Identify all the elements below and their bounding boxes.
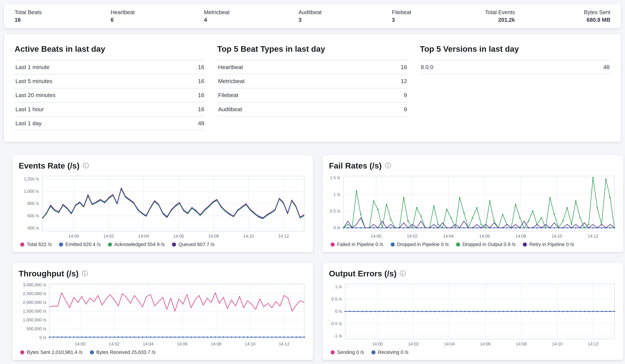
legend-item[interactable]: Failed in Pipeline 0 /s — [331, 242, 383, 247]
legend-item[interactable]: Retry in Pipeline 0 /s — [523, 242, 574, 247]
legend-dot-icon — [20, 243, 24, 246]
chart-card: Output Errors (/s) ⓘ 1 /s0.5 /s0 /s-0.5 … — [322, 263, 623, 360]
row-value: 16 — [175, 74, 205, 88]
info-icon[interactable]: ⓘ — [385, 163, 391, 169]
chart-plot[interactable]: 1 /s0.5 /s0 /s-0.5 /s-1 /s14:0014:0214:0… — [329, 281, 617, 348]
svg-text:14:02: 14:02 — [407, 234, 417, 239]
row-label: Auditbeat — [217, 102, 366, 116]
stat-value: 3 — [392, 17, 416, 23]
svg-text:14:00: 14:00 — [68, 234, 79, 239]
table-row: Filebeat 9 — [217, 88, 408, 102]
stat-value: 3 — [298, 17, 323, 23]
row-label: Filebeat — [217, 88, 366, 102]
table-row: Last 1 hour 16 — [15, 102, 205, 116]
legend-item[interactable]: Bytes Sent 2,010,981.4 /s — [20, 350, 82, 355]
legend-dot-icon — [391, 243, 395, 246]
svg-text:2,500,000 /s: 2,500,000 /s — [23, 291, 46, 296]
row-value: 48 — [175, 116, 205, 130]
row-value: 18 — [366, 60, 408, 74]
legend-item[interactable]: Queued 607.7 /s — [172, 242, 215, 247]
svg-text:1.5 /s: 1.5 /s — [330, 175, 340, 180]
table-row: Heartbeat 18 — [217, 60, 408, 74]
svg-text:1 /s: 1 /s — [335, 284, 342, 289]
svg-text:0 /s: 0 /s — [334, 225, 341, 230]
info-icon[interactable]: ⓘ — [400, 271, 406, 276]
chart-plot[interactable]: 1.5 /s1 /s0.5 /s0 /s14:0014:0214:0414:06… — [329, 174, 617, 240]
legend-item[interactable]: Bytes Received 25,633.7 /s — [90, 350, 156, 355]
charts-grid: Events Rate (/s) ⓘ 1,200 /s1,000 /s800 /… — [12, 155, 617, 360]
stat-value: 6 — [111, 17, 135, 23]
svg-text:14:08: 14:08 — [516, 342, 527, 346]
stat-value: 201.2k — [485, 17, 515, 23]
info-icon[interactable]: ⓘ — [82, 271, 88, 276]
legend-label: Emitted 620.4 /s — [65, 242, 101, 247]
stat: Total Beats 16 — [15, 9, 42, 23]
chart-title: Throughput (/s) — [19, 269, 79, 278]
chart-card: Events Rate (/s) ⓘ 1,200 /s1,000 /s800 /… — [12, 155, 313, 252]
svg-text:14:08: 14:08 — [515, 234, 526, 239]
legend-dot-icon — [108, 243, 112, 246]
stat-label: Heartbeat — [111, 9, 135, 16]
panel-table: Heartbeat 18 Metricbeat 12 Filebeat 9 Au… — [217, 60, 408, 117]
legend-item[interactable]: Acknowledged 554.9 /s — [108, 242, 165, 247]
stat: Total Events 201.2k — [485, 9, 515, 23]
row-label: Last 1 minute — [15, 60, 175, 74]
legend-item[interactable]: Receiving 0 /s — [372, 350, 408, 355]
legend-label: Failed in Pipeline 0 /s — [337, 242, 383, 247]
chart-plot[interactable]: 3,000,000 /s2,500,000 /s2,000,000 /s1,50… — [19, 281, 307, 348]
chart-legend: Sending 0 /s Receiving 0 /s — [331, 350, 617, 355]
row-value: 12 — [366, 74, 408, 88]
legend-label: Bytes Sent 2,010,981.4 /s — [27, 350, 83, 355]
svg-text:2,000,000 /s: 2,000,000 /s — [23, 300, 46, 305]
svg-text:14:10: 14:10 — [552, 342, 562, 346]
legend-label: Dropped in Output 0.9 /s — [463, 242, 515, 247]
svg-text:-0.5 /s: -0.5 /s — [330, 321, 342, 326]
legend-dot-icon — [523, 243, 527, 246]
summary-panel: Top 5 Versions in last day 8.0.0 48 — [420, 44, 611, 131]
svg-text:1,000,000 /s: 1,000,000 /s — [23, 317, 46, 322]
table-row: Last 20 minutes 16 — [15, 88, 205, 102]
row-label: Last 1 hour — [15, 102, 175, 116]
row-value: 16 — [175, 60, 205, 74]
svg-text:0.5 /s: 0.5 /s — [331, 297, 342, 301]
row-label: Last 1 day — [15, 116, 175, 130]
svg-text:14:10: 14:10 — [243, 234, 254, 239]
chart-plot[interactable]: 1,200 /s1,000 /s800 /s600 /s400 /s14:001… — [19, 174, 307, 240]
chart-legend: Total 622 /s Emitted 620.4 /s Acknowledg… — [20, 242, 307, 247]
legend-label: Total 622 /s — [27, 242, 52, 247]
chart-header: Fail Rates (/s) ⓘ — [329, 161, 617, 170]
chart-legend: Failed in Pipeline 0 /s Dropped in Pipel… — [331, 242, 617, 247]
info-icon[interactable]: ⓘ — [83, 163, 89, 169]
table-row: 8.0.0 48 — [420, 60, 611, 74]
legend-item[interactable]: Total 622 /s — [20, 242, 52, 247]
chart-title: Output Errors (/s) — [329, 269, 397, 278]
svg-text:14:12: 14:12 — [279, 342, 289, 346]
legend-label: Retry in Pipeline 0 /s — [529, 242, 574, 247]
legend-item[interactable]: Sending 0 /s — [331, 350, 364, 355]
row-label: Metricbeat — [217, 74, 366, 88]
stats-bar: Total Beats 16 Heartbeat 6 Metricbeat 4 … — [4, 4, 621, 28]
table-row: Auditbeat 9 — [217, 102, 408, 116]
table-row: Metricbeat 12 — [217, 74, 408, 88]
chart-title: Fail Rates (/s) — [329, 161, 382, 170]
svg-text:0.5 /s: 0.5 /s — [330, 209, 340, 213]
row-label: Last 5 minutes — [15, 74, 175, 88]
svg-text:14:02: 14:02 — [109, 342, 119, 346]
svg-text:14:04: 14:04 — [138, 234, 149, 239]
svg-text:14:12: 14:12 — [588, 234, 598, 239]
chart-legend: Bytes Sent 2,010,981.4 /s Bytes Received… — [20, 350, 307, 355]
legend-label: Sending 0 /s — [337, 350, 364, 355]
svg-text:14:02: 14:02 — [103, 234, 114, 239]
legend-item[interactable]: Dropped in Pipeline 0 /s — [391, 242, 449, 247]
summary-panel: Active Beats in last day Last 1 minute 1… — [15, 44, 205, 131]
panel-title: Active Beats in last day — [15, 44, 205, 54]
stat: Auditbeat 3 — [298, 9, 323, 23]
legend-dot-icon — [172, 243, 176, 246]
table-row: Last 1 day 48 — [15, 116, 205, 130]
legend-item[interactable]: Dropped in Output 0.9 /s — [456, 242, 516, 247]
panel-table: 8.0.0 48 — [420, 60, 611, 74]
legend-item[interactable]: Emitted 620.4 /s — [59, 242, 101, 247]
legend-dot-icon — [331, 243, 335, 246]
stat-value: 680.8 MB — [584, 17, 610, 23]
panel-title: Top 5 Versions in last day — [420, 44, 611, 54]
